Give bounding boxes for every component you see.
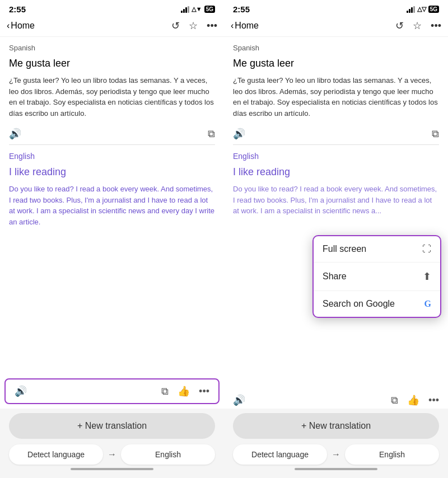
speaker-trans-icon-right[interactable]: 🔊 xyxy=(233,394,245,406)
cell-badge-right: 5G xyxy=(428,6,439,13)
wifi-icon-right: △▽ xyxy=(417,6,426,13)
status-bar-left: 2:55 △▼ 5G xyxy=(0,0,224,16)
trans-action-bar-right: 🔊 ⧉ 👍 ••• xyxy=(224,388,448,409)
content-right: Spanish Me gusta leer ¿Te gusta leer? Yo… xyxy=(224,37,448,388)
trans-body-right: Do you like to read? I read a book every… xyxy=(233,184,439,217)
dropdown-menu-right: Full screen ⛶ Share ⬆ Search on Google G xyxy=(312,235,441,318)
source-panel-right: Spanish Me gusta leer ¿Te gusta leer? Yo… xyxy=(224,37,448,144)
status-bar-right: 2:55 △▽ 5G xyxy=(224,0,448,16)
share-label: Share xyxy=(323,271,347,282)
home-label-right: Home xyxy=(235,21,259,31)
source-lang-left: Spanish xyxy=(9,44,215,52)
more-icon-right[interactable]: ••• xyxy=(431,20,441,32)
speaker-trans-icon-left[interactable]: 🔊 xyxy=(15,385,27,397)
source-body-right: ¿Te gusta leer? Yo leo un libro todas la… xyxy=(233,75,439,119)
signal-icon-left xyxy=(181,6,189,13)
source-actions-right: 🔊 ⧉ xyxy=(233,125,439,140)
trans-action-bar-left: 🔊 ⧉ 👍 ••• xyxy=(4,378,220,404)
status-icons-left: △▼ 5G xyxy=(181,6,215,13)
back-button-right[interactable]: ‹ Home xyxy=(231,21,259,31)
status-time-right: 2:55 xyxy=(233,4,250,14)
source-body-left: ¿Te gusta leer? Yo leo un libro todas la… xyxy=(9,75,215,119)
content-left: Spanish Me gusta leer ¿Te gusta leer? Yo… xyxy=(0,37,224,374)
english-button-left[interactable]: English xyxy=(121,444,215,465)
copy-trans-icon-right[interactable]: ⧉ xyxy=(391,395,398,406)
signal-icon-right xyxy=(407,6,415,13)
trans-right-actions-right: ⧉ 👍 ••• xyxy=(391,394,439,406)
source-title-right: Me gusta leer xyxy=(233,58,439,69)
new-translation-button-left[interactable]: + New translation xyxy=(9,413,215,439)
fullscreen-icon: ⛶ xyxy=(422,244,431,254)
trans-lang-left: English xyxy=(9,152,215,161)
right-panel: 2:55 △▽ 5G ‹ Home ↺ ☆ ••• Spanish xyxy=(224,0,448,478)
back-chevron-right: ‹ xyxy=(231,21,234,31)
nav-bar-right: ‹ Home ↺ ☆ ••• xyxy=(224,16,448,37)
google-icon: G xyxy=(424,299,431,309)
trans-lang-right: English xyxy=(233,152,439,161)
history-icon-left[interactable]: ↺ xyxy=(171,20,180,32)
bottom-area-right: + New translation Detect language → Engl… xyxy=(224,409,448,478)
source-lang-right: Spanish xyxy=(233,44,439,52)
status-icons-right: △▽ 5G xyxy=(407,6,439,13)
bottom-area-left: + New translation Detect language → Engl… xyxy=(0,409,224,478)
trans-body-left: Do you like to read? I read a book every… xyxy=(9,184,215,227)
copy-trans-icon-left[interactable]: ⧉ xyxy=(161,386,169,397)
home-label-left: Home xyxy=(11,21,35,31)
translation-panel-right: English I like reading Do you like to re… xyxy=(224,145,448,221)
lang-selector-row-left: Detect language → English xyxy=(9,444,215,465)
home-indicator-right xyxy=(295,468,377,470)
detect-lang-button-right[interactable]: Detect language xyxy=(233,444,327,465)
lang-selector-row-right: Detect language → English xyxy=(233,444,439,465)
status-time-left: 2:55 xyxy=(9,4,26,14)
new-translation-button-right[interactable]: + New translation xyxy=(233,413,439,439)
star-icon-left[interactable]: ☆ xyxy=(189,20,198,32)
nav-bar-left: ‹ Home ↺ ☆ ••• xyxy=(0,16,224,37)
dropdown-share[interactable]: Share ⬆ xyxy=(314,263,440,291)
nav-actions-left: ↺ ☆ ••• xyxy=(171,20,217,32)
left-panel: 2:55 △▼ 5G ‹ Home ↺ ☆ ••• Spanish xyxy=(0,0,224,478)
thumbs-icon-left[interactable]: 👍 xyxy=(178,385,190,397)
wifi-icon-left: △▼ xyxy=(192,6,202,13)
star-icon-right[interactable]: ☆ xyxy=(413,20,422,32)
dropdown-google[interactable]: Search on Google G xyxy=(314,291,440,317)
source-actions-left: 🔊 ⧉ xyxy=(9,125,215,140)
more-icon-left[interactable]: ••• xyxy=(207,20,217,32)
arrow-icon-right: → xyxy=(332,449,340,460)
trans-title-right: I like reading xyxy=(233,166,439,178)
back-button-left[interactable]: ‹ Home xyxy=(7,21,35,31)
cell-badge-left: 5G xyxy=(204,6,215,13)
google-label: Search on Google xyxy=(323,299,395,309)
thumbs-icon-right[interactable]: 👍 xyxy=(407,394,419,406)
back-chevron-left: ‹ xyxy=(7,21,10,31)
english-button-right[interactable]: English xyxy=(345,444,439,465)
trans-title-left: I like reading xyxy=(9,166,215,178)
nav-actions-right: ↺ ☆ ••• xyxy=(395,20,441,32)
speaker-icon-right[interactable]: 🔊 xyxy=(233,128,245,140)
more-trans-icon-right[interactable]: ••• xyxy=(428,395,439,406)
detect-lang-button-left[interactable]: Detect language xyxy=(9,444,103,465)
speaker-icon-left[interactable]: 🔊 xyxy=(9,128,21,140)
translation-panel-left: English I like reading Do you like to re… xyxy=(0,145,224,232)
trans-right-actions-left: ⧉ 👍 ••• xyxy=(161,385,209,397)
source-panel-left: Spanish Me gusta leer ¿Te gusta leer? Yo… xyxy=(0,37,224,144)
dropdown-fullscreen[interactable]: Full screen ⛶ xyxy=(314,236,440,263)
more-trans-icon-left[interactable]: ••• xyxy=(199,386,209,397)
copy-icon-right[interactable]: ⧉ xyxy=(432,128,439,140)
fullscreen-label: Full screen xyxy=(323,244,366,254)
arrow-icon-left: → xyxy=(108,449,116,460)
copy-icon-left[interactable]: ⧉ xyxy=(208,128,215,140)
source-title-left: Me gusta leer xyxy=(9,58,215,69)
home-indicator-left xyxy=(71,468,153,470)
history-icon-right[interactable]: ↺ xyxy=(395,20,404,32)
share-icon: ⬆ xyxy=(423,270,431,283)
